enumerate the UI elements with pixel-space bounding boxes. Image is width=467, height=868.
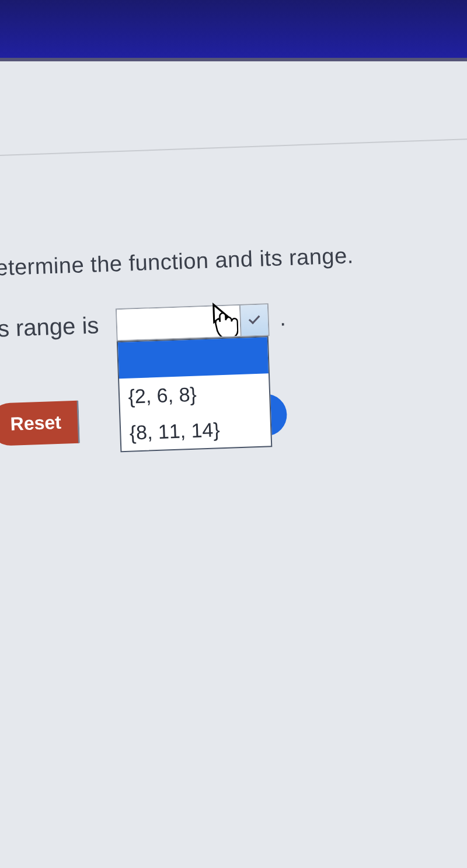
range-label: s range is <box>0 312 99 342</box>
divider-line <box>0 137 467 157</box>
dropdown-options-list: {2, 6, 8} {8, 11, 14} <box>117 336 272 452</box>
dropdown-toggle-button[interactable] <box>239 304 269 336</box>
question-instruction: etermine the function and its range. <box>0 239 467 281</box>
dropdown-option-blank[interactable] <box>118 337 269 379</box>
chevron-down-icon <box>249 313 260 324</box>
dropdown-container: {2, 6, 8} {8, 11, 14} <box>116 303 270 341</box>
button-row: Reset <box>0 401 80 446</box>
dropdown-value-area[interactable] <box>117 305 241 340</box>
sentence-period: . <box>279 305 286 331</box>
answer-row: s range is <box>0 296 467 346</box>
dropdown-option-1[interactable]: {2, 6, 8} <box>120 373 270 415</box>
content-area: etermine the function and its range. s r… <box>0 45 467 345</box>
reset-button[interactable]: Reset <box>0 401 80 446</box>
range-dropdown[interactable] <box>116 303 270 341</box>
mouse-cursor-icon <box>207 301 239 339</box>
dropdown-option-2[interactable]: {8, 11, 14} <box>121 409 271 451</box>
